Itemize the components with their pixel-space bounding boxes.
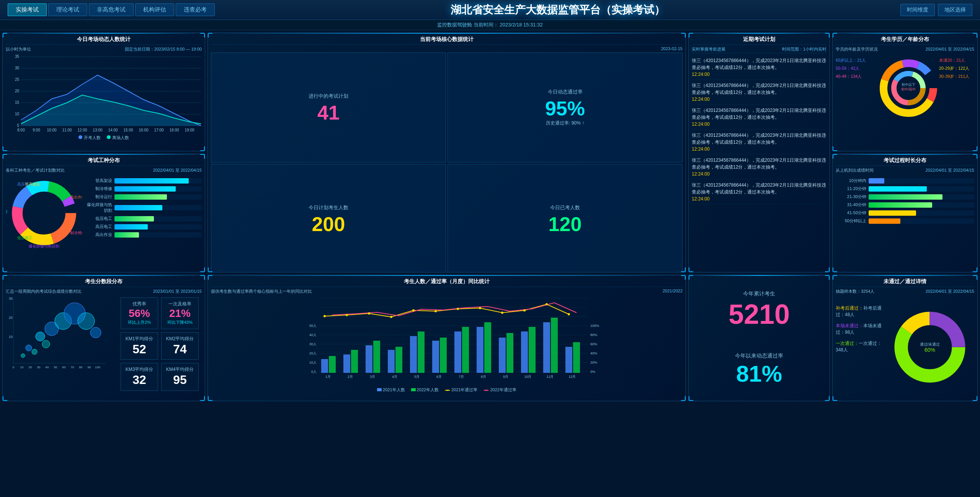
svg-text:20: 20 — [9, 316, 13, 320]
svg-text:100: 100 — [95, 366, 100, 369]
svg-text:3月: 3月 — [370, 375, 375, 379]
main-grid: 今日考场动态人数统计 以小时为单位 固定当前日期：2023/02/15 8:00… — [0, 30, 980, 497]
svg-text:15:00: 15:00 — [123, 128, 133, 132]
nav-btn-0[interactable]: 实操考试 — [8, 3, 47, 16]
svg-text:6月: 6月 — [436, 375, 442, 379]
panel3-date: 2023-02-15 — [211, 46, 683, 51]
panel9-total-label: 今年累计考生 — [728, 290, 790, 297]
panel9-total-value: 5210 — [728, 300, 790, 328]
panel-today-stats: 今日考场动态人数统计 以小时为单位 固定当前日期：2023/02/15 8:00… — [2, 33, 205, 151]
nav-btn-1[interactable]: 理论考试 — [48, 3, 87, 16]
svg-text:80: 80 — [79, 366, 83, 369]
svg-rect-119 — [529, 327, 536, 373]
svg-text:10人: 10人 — [309, 361, 317, 364]
subtitle-bar: 监控数据驾驶舱 当前时间： 2023/2/18 15:31:32 — [0, 20, 980, 30]
svg-rect-121 — [551, 318, 558, 373]
panel7-stats: 优秀率 56% 环比上升2% 一次及格率 21% 环比下降43% KM1平均得分… — [118, 294, 202, 394]
svg-point-128 — [412, 309, 415, 312]
svg-text:14:00: 14:00 — [108, 128, 118, 132]
svg-text:70: 70 — [71, 366, 74, 369]
nav-btn-2[interactable]: 非高危考试 — [89, 3, 134, 16]
svg-rect-109 — [418, 331, 425, 373]
nav-bar: 实操考试 理论考试 非高危考试 机构评估 违查必考 — [8, 3, 215, 16]
svg-rect-106 — [388, 350, 395, 373]
svg-text:爆化焊接与热切割: 爆化焊接与热切割 — [29, 244, 59, 248]
svg-rect-100 — [321, 359, 328, 373]
svg-point-76 — [21, 354, 25, 358]
svg-rect-118 — [521, 331, 528, 373]
panel5-content: 60岁以上：21人 50-59：42人 40-49：134人 — [836, 54, 974, 123]
svg-rect-122 — [565, 347, 572, 373]
svg-text:35: 35 — [15, 54, 20, 59]
nav-btn-3[interactable]: 机构评估 — [135, 3, 174, 16]
panel-score-dist: 考生分数段分布 汇总一段周期内的考试综合成绩分数对比 2023/01/01 至 … — [2, 275, 205, 401]
panel10-content: 补考后通过：补考后通过：48人 本场未通过：本场未通过：98人 一次通过：一次通… — [836, 297, 974, 397]
svg-point-125 — [346, 314, 348, 316]
nav-btn-4[interactable]: 违查必考 — [176, 3, 215, 16]
core-cell-2: 今日计划考生人数 200 — [211, 164, 446, 272]
panel1-title: 今日考场动态人数统计 — [6, 36, 202, 45]
svg-text:60: 60 — [62, 366, 66, 369]
panel5-title: 考生学历／年龄分布 — [836, 36, 974, 45]
panel2-subtitle: 各科工种考生／考试计划数对比 — [6, 167, 65, 173]
panel3-title: 当前考场核心数据统计 — [211, 36, 683, 45]
region-select-btn[interactable]: 地区选择 — [938, 4, 972, 16]
svg-text:40: 40 — [46, 366, 49, 369]
svg-rect-102 — [343, 354, 350, 373]
svg-text:40人: 40人 — [309, 333, 317, 337]
svg-point-77 — [32, 349, 37, 354]
svg-text:1月: 1月 — [325, 375, 331, 379]
svg-text:0: 0 — [13, 366, 15, 369]
core-cell-3: 今日已考人数 120 — [448, 164, 683, 272]
svg-text:10: 10 — [20, 366, 24, 369]
svg-text:20人: 20人 — [309, 351, 317, 355]
header-right: 时间维度 地区选择 — [900, 4, 972, 16]
panel-pass-fail: 未通过／通过详情 抽题样本数：3254人 2022/04/01 至 2022/0… — [832, 275, 978, 401]
panel2-date: 2022/04/01 至 2022/04/15 — [153, 167, 202, 173]
panel-total-stats: 今年累计考生 5210 今年以来动态通过率 81% — [688, 275, 830, 401]
panel10-donut: 通过/未通过 60% — [885, 297, 974, 397]
panel1-chart: 35 30 25 20 15 10 5 8:00 9:00 10:00 11: — [6, 53, 202, 133]
svg-point-132 — [501, 312, 503, 314]
svg-text:10: 10 — [9, 335, 13, 339]
panel3-grid: 进行中的考试计划 41 今日动态通过率 95% 历史通过率: 90% ↑ 今日计… — [211, 52, 683, 272]
panel5-age-right: 未满20：21人 20-29岁：122人 30-39岁：211人 — [939, 54, 974, 123]
svg-text:2月: 2月 — [348, 375, 353, 379]
svg-rect-116 — [499, 338, 506, 373]
svg-text:50人: 50人 — [309, 324, 317, 328]
svg-point-134 — [546, 303, 548, 305]
panel2-bars: 登高架设 制冷维修 制冷运行 爆化焊接与热切割 低压电工 高压电工 高出作业 — [82, 175, 202, 271]
panel6-bars: 10分钟内 11-20分钟 21-30分钟 31-40分钟 41-50分钟 50… — [836, 178, 974, 224]
subtitle-label: 监控数据驾驶舱 当前时间： — [437, 22, 498, 28]
svg-point-129 — [434, 310, 437, 312]
panel9-rate-value: 81% — [735, 362, 783, 385]
svg-rect-105 — [373, 341, 380, 373]
svg-rect-107 — [395, 347, 402, 373]
svg-text:13:00: 13:00 — [93, 128, 102, 132]
svg-text:20: 20 — [29, 366, 32, 369]
svg-text:12:00: 12:00 — [77, 128, 87, 132]
panel7-content: 30 20 10 0 10 20 30 40 50 60 70 80 90 10… — [6, 294, 202, 394]
svg-text:19:00: 19:00 — [185, 128, 194, 132]
time-dimension-btn[interactable]: 时间维度 — [900, 4, 935, 16]
panel-exam-duration: 考试过程时长分布 从上机到出成绩时间 2022/04/01 至 2022/04/… — [832, 154, 978, 272]
svg-text:20: 20 — [15, 89, 20, 93]
svg-text:60%: 60% — [924, 347, 935, 353]
page-title: 湖北省安全生产大数据监管平台（实操考试） — [215, 3, 900, 17]
panel2-donut: 登高架设 高出作业 制冷维修 高压电工 制冷运行 低压电工 爆化焊接与热切割 — [6, 175, 82, 271]
svg-text:5月: 5月 — [414, 375, 420, 379]
svg-text:9:00: 9:00 — [33, 128, 40, 132]
panel-exam-type: 考试工种分布 各科工种考生／考试计划数对比 2022/04/01 至 2022/… — [2, 154, 205, 272]
svg-point-135 — [568, 313, 570, 315]
panel10-stats: 补考后通过：补考后通过：48人 本场未通过：本场未通过：98人 一次通过：一次通… — [836, 297, 885, 397]
svg-text:低压电工: 低压电工 — [17, 236, 33, 240]
svg-text:80%: 80% — [590, 333, 597, 337]
panel8-title: 考生人数／通过率（月度）同比统计 — [211, 278, 683, 287]
svg-point-131 — [479, 307, 481, 309]
panel1-date: 固定当前日期：2023/02/15 8:00 — 19:00 — [125, 46, 202, 52]
svg-rect-104 — [366, 345, 372, 373]
panel5-age-list: 60岁以上：21人 50-59：42人 40-49：134人 — [836, 54, 878, 123]
svg-text:11月: 11月 — [546, 375, 554, 379]
svg-text:初中以下: 初中以下 — [902, 83, 915, 87]
svg-rect-101 — [329, 356, 336, 373]
